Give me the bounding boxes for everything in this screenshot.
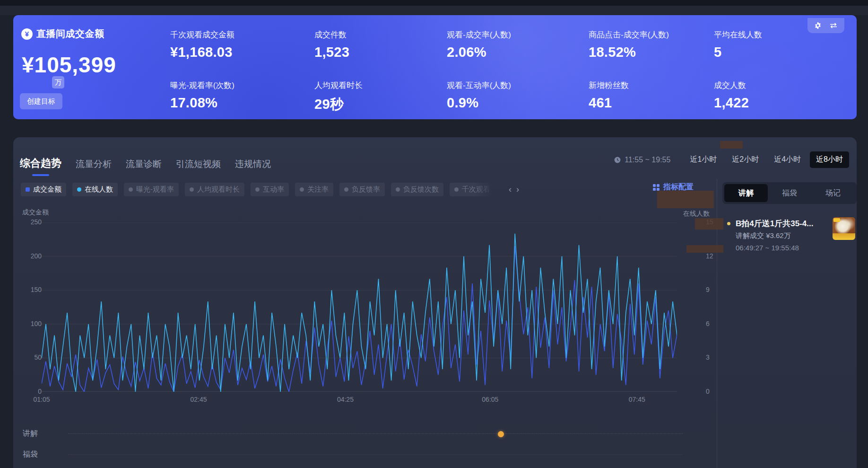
metric-value: ¥1,168.03: [170, 44, 314, 60]
panel-tabs: 综合趋势 流量分析 流量诊断 引流短视频 违规情况: [20, 156, 271, 175]
metric-label: 曝光-观看率(次数): [170, 80, 314, 91]
chip-per-thousand-views[interactable]: 千次观看: [450, 183, 495, 196]
chips-next-icon[interactable]: ›: [516, 185, 519, 194]
tab-referral-short-video[interactable]: 引流短视频: [176, 158, 221, 175]
metric-value: 461: [589, 95, 714, 111]
metric-chips-row: 成交金额 在线人数 曝光-观看率 人均观看时长 互动率 关注率 负反馈率 负反馈…: [21, 183, 519, 196]
series-dot: [300, 187, 304, 192]
chips-pager: ‹ ›: [509, 185, 519, 194]
range-8h[interactable]: 近8小时: [810, 151, 849, 168]
metric-value: 1,422: [714, 95, 827, 111]
chip-label: 互动率: [263, 185, 284, 194]
explain-row-timeline: [68, 433, 683, 434]
swap-arrows-icon[interactable]: [829, 22, 838, 29]
explain-event-row: 讲解: [23, 428, 683, 439]
chips-prev-icon[interactable]: ‹: [509, 185, 512, 194]
axis-tick-label: 100: [31, 320, 42, 327]
series-dot: [344, 187, 348, 192]
metric-new-followers: 新增粉丝数 461: [589, 80, 714, 114]
x-axis-tick-label: 01:05: [33, 396, 50, 403]
time-range-row: 11:55 ~ 19:55 近1小时 近2小时 近4小时 近8小时: [614, 151, 849, 168]
metric-label: 千次观看成交金额: [170, 29, 314, 40]
unit-badge: 万: [52, 76, 64, 88]
metric-click-to-deal-rate: 商品点击-成交率(人数) 18.52%: [589, 29, 714, 60]
chip-gmv[interactable]: 成交金额: [21, 183, 66, 196]
range-2h[interactable]: 近2小时: [726, 151, 765, 168]
metric-value: 17.08%: [170, 95, 314, 111]
right-axis-title: 在线人数: [683, 210, 710, 218]
item-bullet-dot: [727, 222, 730, 225]
chip-label: 负反馈次数: [403, 185, 439, 194]
chip-label: 成交金额: [33, 185, 61, 194]
metric-value: 29秒: [314, 95, 447, 114]
axis-tick-label: 0: [38, 388, 42, 395]
capture-artifact: [695, 218, 723, 230]
metric-label: 观看-成交率(人数): [447, 29, 589, 40]
range-4h[interactable]: 近4小时: [768, 151, 807, 168]
chip-avg-watch-time[interactable]: 人均观看时长: [185, 183, 244, 196]
metric-label: 成交件数: [314, 29, 447, 40]
metric-items-sold: 成交件数 1,523: [314, 29, 447, 60]
axis-tick-label: 3: [706, 353, 710, 361]
side-tab-lucky-bag[interactable]: 福袋: [768, 184, 811, 202]
x-axis-tick-label: 07:45: [629, 396, 645, 403]
left-axis-ticks: 050100150200250: [21, 222, 42, 392]
metric-label: 人均观看时长: [314, 80, 447, 91]
product-title: B拍4斤送1斤共35-4...: [736, 218, 828, 229]
hero-summary-card: ¥ 直播间成交金额 ¥105,399 万 创建目标 千次观看成交金额 ¥1,16…: [13, 15, 857, 119]
chip-label: 人均观看时长: [197, 185, 240, 194]
chip-label: 千次观看: [462, 185, 490, 194]
x-axis-tick-label: 04:25: [337, 396, 354, 403]
hero-corner-toolbar: [807, 18, 844, 33]
lucky-bag-event-row: 福袋: [23, 449, 683, 460]
tab-traffic-analysis[interactable]: 流量分析: [76, 158, 112, 175]
chip-label: 在线人数: [85, 185, 113, 194]
x-axis-tick-label: 06:05: [482, 396, 498, 403]
chip-online-users[interactable]: 在线人数: [72, 183, 118, 196]
trend-chart[interactable]: [42, 222, 677, 392]
metric-gmv-per-1k-views: 千次观看成交金额 ¥1,168.03: [170, 29, 314, 60]
series-dot: [454, 187, 459, 192]
hero-metrics-grid: 千次观看成交金额 ¥1,168.03 成交件数 1,523 观看-成交率(人数)…: [170, 29, 827, 114]
product-thumbnail[interactable]: [833, 217, 855, 240]
tab-overview-trend[interactable]: 综合趋势: [20, 156, 61, 175]
metric-exposure-view-rate: 曝光-观看率(次数) 17.08%: [170, 80, 314, 114]
create-goal-button[interactable]: 创建目标: [20, 93, 62, 109]
chip-label: 负反馈率: [352, 185, 380, 194]
metric-label: 商品点击-成交率(人数): [589, 29, 714, 40]
explain-list-item[interactable]: B拍4斤送1斤共35-4... 讲解成交 ¥3.62万 06:49:27 ~ 1…: [722, 217, 857, 263]
chip-follow-rate[interactable]: 关注率: [295, 183, 333, 196]
metric-value: 18.52%: [589, 44, 714, 60]
lucky-bag-row-timeline: [68, 454, 683, 455]
trend-chart-canvas[interactable]: [42, 222, 677, 392]
side-tab-log[interactable]: 场记: [811, 184, 855, 202]
chip-label: 关注率: [307, 185, 329, 194]
tab-traffic-diagnosis[interactable]: 流量诊断: [126, 158, 162, 175]
axis-tick-label: 12: [706, 252, 713, 260]
series-dot: [255, 187, 260, 192]
metric-avg-online-users: 平均在线人数 5: [714, 29, 827, 60]
metric-value: 0.9%: [447, 95, 589, 111]
lucky-bag-row-label: 福袋: [23, 450, 38, 459]
side-tab-explain[interactable]: 讲解: [724, 184, 768, 202]
axis-tick-label: 50: [34, 353, 42, 361]
axis-tick-label: 6: [706, 320, 710, 327]
explain-event-marker[interactable]: [498, 431, 504, 437]
tab-violations[interactable]: 违规情况: [235, 158, 271, 175]
chip-negative-feedback-rate[interactable]: 负反馈率: [339, 183, 385, 196]
series-dot: [129, 187, 133, 192]
time-range-label: 11:55 ~ 19:55: [625, 156, 670, 164]
range-1h[interactable]: 近1小时: [684, 151, 723, 168]
yuan-coin-icon: ¥: [21, 28, 33, 40]
chip-interaction-rate[interactable]: 互动率: [251, 183, 289, 196]
live-events-sidebar: 讲解 福袋 场记 B拍4斤送1斤共35-4... 讲解成交 ¥3.62万 06:…: [722, 182, 857, 263]
chip-exposure-view-rate[interactable]: 曝光-观看率: [124, 183, 179, 196]
left-axis-title: 成交金额: [22, 208, 49, 217]
metric-value: 2.06%: [447, 44, 589, 60]
chip-negative-feedback-count[interactable]: 负反馈次数: [391, 183, 443, 196]
explain-time-span: 06:49:27 ~ 19:55:48: [736, 244, 799, 252]
series-dot: [396, 187, 400, 192]
settings-gear-icon[interactable]: [814, 22, 822, 29]
explain-row-label: 讲解: [23, 429, 38, 439]
gmv-series-dot: [26, 187, 30, 192]
